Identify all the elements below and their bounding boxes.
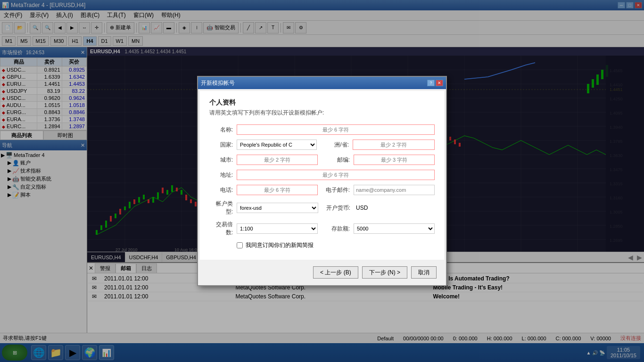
- email-label: 电子邮件:: [322, 186, 350, 194]
- modal-footer: < 上一步 (B) 下一步 (N) > 取消: [200, 262, 444, 283]
- newsletter-label: 我同意订阅你们的新闻简报: [246, 241, 314, 249]
- address-label: 地址:: [209, 171, 233, 179]
- city-input[interactable]: [237, 155, 318, 165]
- state-input[interactable]: [353, 140, 435, 150]
- currency-label: 开户货币:: [322, 204, 350, 212]
- app-container: 📊 MetaTrader 4 - [EURUSD,H4] ─ □ ✕ 文件(F)…: [0, 0, 644, 362]
- new-account-modal: 开新模拟帐号 ? ✕ 个人资料 请用英文填写下列所有字段以开设新模拟帐户: 名称…: [197, 76, 447, 286]
- modal-subtitle: 请用英文填写下列所有字段以开设新模拟帐户:: [209, 109, 435, 117]
- phone-label: 电话:: [209, 186, 233, 194]
- modal-help-btn[interactable]: ?: [427, 80, 435, 86]
- account-type-select[interactable]: forex-usd: [237, 203, 318, 213]
- zip-input[interactable]: [354, 155, 435, 165]
- name-label: 名称:: [209, 126, 233, 134]
- modal-close-btn[interactable]: ✕: [436, 80, 443, 86]
- form-row-country: 国家: People's Republic of C 洲/省:: [209, 140, 435, 150]
- name-input[interactable]: [237, 124, 435, 135]
- zip-label: 邮编:: [322, 156, 350, 164]
- form-row-address: 地址:: [209, 170, 435, 180]
- next-step-button[interactable]: 下一步 (N) >: [362, 266, 407, 279]
- email-input[interactable]: [354, 185, 435, 195]
- form-row-name: 名称:: [209, 124, 435, 135]
- phone-input[interactable]: [237, 185, 318, 195]
- modal-overlay: 开新模拟帐号 ? ✕ 个人资料 请用英文填写下列所有字段以开设新模拟帐户: 名称…: [0, 0, 644, 362]
- cancel-button[interactable]: 取消: [411, 266, 437, 279]
- form-row-phone: 电话: 电子邮件:: [209, 185, 435, 195]
- country-select[interactable]: People's Republic of C: [237, 140, 317, 150]
- modal-title-controls: ? ✕: [427, 80, 443, 86]
- newsletter-row: 我同意订阅你们的新闻简报: [237, 241, 435, 249]
- form-row-account-type: 帐户类型: forex-usd 开户货币: USD: [209, 200, 435, 216]
- deposit-label: 存款额:: [322, 225, 350, 233]
- modal-body: 个人资料 请用英文填写下列所有字段以开设新模拟帐户: 名称: 国家: Peopl…: [200, 91, 444, 260]
- account-type-label: 帐户类型:: [209, 200, 233, 216]
- newsletter-checkbox[interactable]: [237, 242, 243, 248]
- leverage-select[interactable]: 1:100: [237, 223, 318, 234]
- form-row-city: 城市: 邮编:: [209, 155, 435, 165]
- country-label: 国家:: [209, 141, 233, 149]
- address-input[interactable]: [237, 170, 435, 180]
- state-label: 洲/省:: [321, 141, 349, 149]
- modal-title: 开新模拟帐号: [201, 79, 235, 87]
- leverage-label: 交易倍数:: [209, 221, 233, 237]
- prev-step-button[interactable]: < 上一步 (B): [313, 266, 358, 279]
- currency-value: USD: [354, 205, 435, 211]
- deposit-select[interactable]: 5000: [354, 223, 435, 234]
- city-label: 城市:: [209, 156, 233, 164]
- modal-section-title: 个人资料: [209, 99, 435, 107]
- form-row-leverage: 交易倍数: 1:100 存款额: 5000: [209, 221, 435, 237]
- modal-title-bar: 开新模拟帐号 ? ✕: [198, 77, 446, 89]
